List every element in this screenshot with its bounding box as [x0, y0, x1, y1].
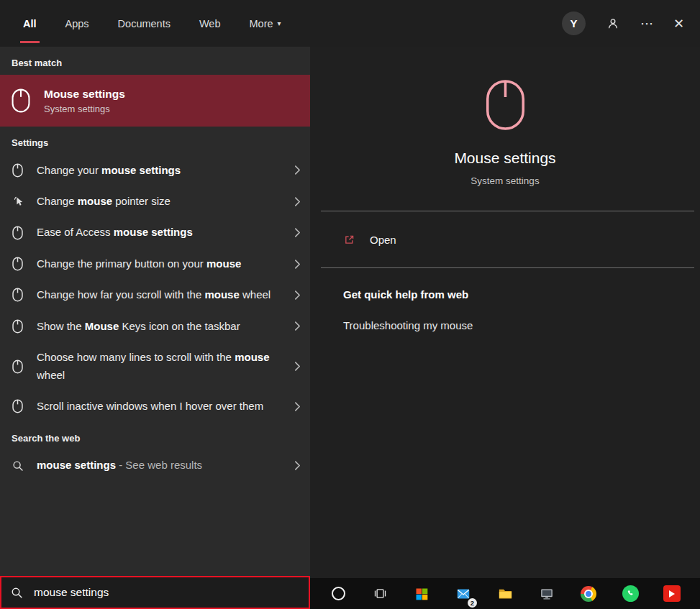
best-match-subtitle: System settings: [44, 104, 125, 114]
tab-all[interactable]: All: [22, 0, 38, 47]
settings-result-item[interactable]: Change your mouse settings: [0, 155, 310, 186]
chevron-right-icon: [294, 227, 301, 238]
tab-label: Documents: [118, 18, 171, 29]
best-match-title: Mouse settings: [44, 88, 125, 101]
dropdown-caret-icon: ▾: [278, 19, 281, 27]
settings-item-label: Change how far you scroll with the mouse…: [37, 286, 283, 303]
settings-result-item[interactable]: Show the Mouse Keys icon on the taskbar: [0, 311, 310, 342]
results-scroll-area: Best match Mouse settings System setting…: [0, 47, 310, 609]
youtube-icon: [663, 585, 681, 602]
taskbar-computer-button[interactable]: [531, 578, 563, 609]
web-header: Search the web: [0, 422, 310, 450]
tab-web[interactable]: Web: [198, 0, 222, 47]
search-icon: [11, 587, 23, 599]
mouse-icon: [12, 360, 25, 374]
settings-result-item[interactable]: Change mouse pointer size: [0, 186, 310, 216]
settings-item-label: Ease of Access mouse settings: [37, 224, 283, 241]
settings-result-item[interactable]: Scroll inactive windows when I hover ove…: [0, 391, 310, 422]
web-result-item[interactable]: mouse settings - See web results: [0, 450, 310, 481]
taskbar-chrome-button[interactable]: [573, 578, 604, 609]
settings-result-item[interactable]: Change how far you scroll with the mouse…: [0, 280, 310, 311]
chevron-right-icon: [294, 460, 301, 471]
search-input[interactable]: [34, 586, 299, 599]
chrome-icon: [581, 586, 596, 602]
microsoft-store-icon: [414, 587, 429, 601]
results-panel: Best match Mouse settings System setting…: [0, 47, 310, 609]
whatsapp-icon: [622, 585, 639, 602]
best-match-header: Best match: [0, 47, 310, 75]
chevron-right-icon: [294, 321, 301, 331]
settings-item-label: Change mouse pointer size: [37, 193, 283, 210]
help-link-troubleshooting[interactable]: Troubleshooting my mouse: [343, 319, 686, 331]
settings-item-label: Change your mouse settings: [37, 162, 283, 179]
tab-apps[interactable]: Apps: [64, 0, 91, 47]
taskbar-task-view-button[interactable]: [364, 578, 396, 609]
mouse-icon: [12, 288, 25, 302]
taskbar-cortana-button[interactable]: [322, 578, 354, 609]
open-button[interactable]: Open: [310, 211, 700, 267]
cortana-icon: [332, 587, 345, 600]
taskbar-file-explorer-button[interactable]: [489, 578, 521, 609]
web-help-section: Get quick help from web Troubleshooting …: [310, 268, 700, 331]
mouse-icon-large: [310, 79, 700, 131]
chevron-right-icon: [294, 290, 301, 301]
windows-search-panel: AllAppsDocumentsWebMore▾ Y ⋯ ✕ Best matc…: [0, 0, 700, 609]
taskbar: 2: [310, 578, 700, 609]
settings-item-label: Change the primary button on your mouse: [37, 255, 283, 273]
search-header: AllAppsDocumentsWebMore▾ Y ⋯ ✕: [0, 0, 700, 47]
user-avatar[interactable]: Y: [562, 12, 586, 35]
best-match-item[interactable]: Mouse settings System settings: [0, 75, 310, 127]
chevron-right-icon: [294, 259, 301, 270]
mail-badge: 2: [468, 598, 477, 608]
person-icon[interactable]: [606, 17, 620, 31]
mouse-icon: [12, 163, 25, 178]
chevron-right-icon: [294, 361, 301, 372]
tab-more[interactable]: More▾: [248, 0, 283, 47]
search-box[interactable]: [0, 576, 310, 609]
tab-label: More: [250, 18, 273, 29]
chevron-right-icon: [294, 196, 301, 207]
best-match-text: Mouse settings System settings: [44, 88, 125, 114]
tab-label: Apps: [65, 18, 89, 29]
chevron-right-icon: [294, 165, 301, 175]
taskbar-youtube-button[interactable]: [656, 578, 688, 609]
open-icon: [343, 234, 355, 246]
mouse-icon: [12, 319, 25, 334]
web-result-label: mouse settings - See web results: [37, 457, 283, 474]
search-body: Best match Mouse settings System setting…: [0, 47, 700, 609]
task-view-icon: [373, 586, 388, 601]
settings-item-label: Scroll inactive windows when I hover ove…: [37, 398, 283, 415]
preview-title: Mouse settings: [310, 150, 700, 167]
preview-panel: Mouse settings System settings Open Get …: [310, 47, 700, 609]
tab-label: All: [23, 18, 37, 29]
mouse-icon: [12, 257, 25, 271]
open-label: Open: [370, 234, 396, 246]
search-filter-tabs: AllAppsDocumentsWebMore▾: [22, 0, 283, 47]
settings-result-item[interactable]: Ease of Access mouse settings: [0, 217, 310, 248]
computer-icon: [539, 586, 555, 602]
taskbar-whatsapp-button[interactable]: [614, 578, 646, 609]
close-icon[interactable]: ✕: [673, 17, 684, 30]
settings-result-item[interactable]: Choose how many lines to scroll with the…: [0, 342, 310, 391]
search-icon: [12, 460, 25, 472]
tab-label: Web: [199, 18, 221, 29]
settings-item-label: Choose how many lines to scroll with the…: [37, 349, 283, 384]
settings-header: Settings: [0, 127, 310, 155]
mouse-icon: [12, 226, 25, 240]
mouse-icon: [12, 399, 25, 413]
taskbar-microsoft-store-button[interactable]: [406, 578, 437, 609]
mouse-icon: [12, 88, 30, 113]
preview-content: Mouse settings System settings Open Get …: [310, 47, 700, 578]
more-options-icon[interactable]: ⋯: [640, 17, 653, 30]
settings-item-label: Show the Mouse Keys icon on the taskbar: [37, 318, 283, 335]
pointer-icon: [12, 195, 25, 208]
tab-documents[interactable]: Documents: [117, 0, 172, 47]
help-header: Get quick help from web: [343, 288, 686, 301]
topbar-actions: Y ⋯ ✕: [562, 0, 684, 47]
settings-results-list: Change your mouse settingsChange mouse p…: [0, 155, 310, 422]
settings-result-item[interactable]: Change the primary button on your mouse: [0, 248, 310, 279]
file-explorer-icon: [497, 585, 514, 602]
preview-subtitle: System settings: [310, 175, 700, 186]
chevron-right-icon: [294, 401, 301, 412]
taskbar-mail-button[interactable]: 2: [447, 578, 479, 609]
